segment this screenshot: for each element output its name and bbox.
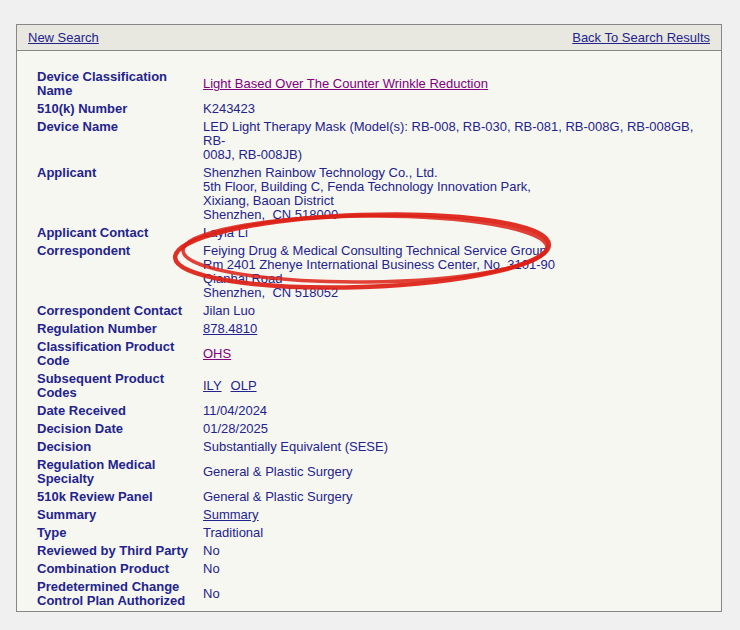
- field-value-text: Traditional: [203, 525, 263, 540]
- field-value: K243423: [203, 100, 707, 118]
- field-label: Summary: [37, 506, 203, 524]
- field-value-link[interactable]: OHS: [203, 346, 231, 361]
- field-label: Correspondent Contact: [37, 302, 203, 320]
- field-label: Reviewed by Third Party: [37, 542, 203, 560]
- new-search-link[interactable]: New Search: [28, 30, 99, 45]
- field-value: Shenzhen Rainbow Technology Co., Ltd. 5t…: [203, 164, 707, 224]
- record-table: Device Classification NameLight Based Ov…: [37, 68, 707, 610]
- field-label: Device Classification Name: [37, 68, 203, 100]
- field-label: 510(k) Number: [37, 100, 203, 118]
- field-value: General & Plastic Surgery: [203, 456, 707, 488]
- field-value-text: 01/28/2025: [203, 421, 268, 436]
- field-label: Decision: [37, 438, 203, 456]
- page-background: New Search Back To Search Results Device…: [0, 0, 740, 630]
- field-value-link[interactable]: Summary: [203, 507, 259, 522]
- field-label: Regulation Medical Specialty: [37, 456, 203, 488]
- record-row: CorrespondentFeiying Drug & Medical Cons…: [37, 242, 707, 302]
- record-row: TypeTraditional: [37, 524, 707, 542]
- record-row: Regulation Medical SpecialtyGeneral & Pl…: [37, 456, 707, 488]
- field-value-link[interactable]: 878.4810: [203, 321, 257, 336]
- field-value-text: K243423: [203, 101, 255, 116]
- record-row: SummarySummary: [37, 506, 707, 524]
- field-value-link[interactable]: OLP: [231, 378, 257, 393]
- field-value-text: No: [203, 586, 220, 601]
- record-row: Subsequent Product CodesILYOLP: [37, 370, 707, 402]
- field-label: Decision Date: [37, 420, 203, 438]
- field-value: Light Based Over The Counter Wrinkle Red…: [203, 68, 707, 100]
- field-value-text: No: [203, 561, 220, 576]
- field-value: No: [203, 542, 707, 560]
- field-label: Classification Product Code: [37, 338, 203, 370]
- record-row: 510k Review PanelGeneral & Plastic Surge…: [37, 488, 707, 506]
- field-value-text: Layla Li: [203, 225, 248, 240]
- field-label: Device Name: [37, 118, 203, 164]
- field-label: 510k Review Panel: [37, 488, 203, 506]
- field-value-text: No: [203, 543, 220, 558]
- field-label: Applicant: [37, 164, 203, 224]
- field-value-text: LED Light Therapy Mask (Model(s): RB-008…: [203, 119, 693, 162]
- field-value-text: Substantially Equivalent (SESE): [203, 439, 388, 454]
- toolbar: New Search Back To Search Results: [17, 25, 721, 51]
- field-value: General & Plastic Surgery: [203, 488, 707, 506]
- field-value: Substantially Equivalent (SESE): [203, 438, 707, 456]
- record-row: 510(k) NumberK243423: [37, 100, 707, 118]
- field-value: 878.4810: [203, 320, 707, 338]
- field-value: No: [203, 560, 707, 578]
- back-to-search-results-link[interactable]: Back To Search Results: [572, 30, 710, 45]
- record-row: Device Classification NameLight Based Ov…: [37, 68, 707, 100]
- field-value: 11/04/2024: [203, 402, 707, 420]
- field-label: Predetermined Change Control Plan Author…: [37, 578, 203, 610]
- field-value: No: [203, 578, 707, 610]
- field-label: Applicant Contact: [37, 224, 203, 242]
- record-row: Combination ProductNo: [37, 560, 707, 578]
- field-value: Feiying Drug & Medical Consulting Techni…: [203, 242, 707, 302]
- record-panel: Device Classification NameLight Based Ov…: [17, 51, 721, 611]
- record-row: Regulation Number878.4810: [37, 320, 707, 338]
- field-value: Jilan Luo: [203, 302, 707, 320]
- field-value-text: Jilan Luo: [203, 303, 255, 318]
- field-value-text: Shenzhen Rainbow Technology Co., Ltd. 5t…: [203, 165, 531, 222]
- field-label: Regulation Number: [37, 320, 203, 338]
- field-value: LED Light Therapy Mask (Model(s): RB-008…: [203, 118, 707, 164]
- record-row: DecisionSubstantially Equivalent (SESE): [37, 438, 707, 456]
- field-label: Subsequent Product Codes: [37, 370, 203, 402]
- field-value: Traditional: [203, 524, 707, 542]
- field-label: Date Received: [37, 402, 203, 420]
- field-value-text: 11/04/2024: [203, 403, 267, 418]
- field-value-link[interactable]: ILY: [203, 378, 222, 393]
- record-container: New Search Back To Search Results Device…: [16, 24, 722, 612]
- field-value: OHS: [203, 338, 707, 370]
- field-value: Summary: [203, 506, 707, 524]
- record-row: Predetermined Change Control Plan Author…: [37, 578, 707, 610]
- record-row: Decision Date01/28/2025: [37, 420, 707, 438]
- record-row: Device NameLED Light Therapy Mask (Model…: [37, 118, 707, 164]
- record-row: Date Received11/04/2024: [37, 402, 707, 420]
- record-row: ApplicantShenzhen Rainbow Technology Co.…: [37, 164, 707, 224]
- field-value: 01/28/2025: [203, 420, 707, 438]
- field-value: ILYOLP: [203, 370, 707, 402]
- field-value-link[interactable]: Light Based Over The Counter Wrinkle Red…: [203, 76, 488, 91]
- record-row: Classification Product CodeOHS: [37, 338, 707, 370]
- field-label: Correspondent: [37, 242, 203, 302]
- record-row: Correspondent ContactJilan Luo: [37, 302, 707, 320]
- record-row: Applicant ContactLayla Li: [37, 224, 707, 242]
- field-value-text: General & Plastic Surgery: [203, 464, 353, 479]
- field-value-text: General & Plastic Surgery: [203, 489, 353, 504]
- record-row: Reviewed by Third PartyNo: [37, 542, 707, 560]
- field-value: Layla Li: [203, 224, 707, 242]
- field-value-text: Feiying Drug & Medical Consulting Techni…: [203, 243, 555, 300]
- field-label: Type: [37, 524, 203, 542]
- field-label: Combination Product: [37, 560, 203, 578]
